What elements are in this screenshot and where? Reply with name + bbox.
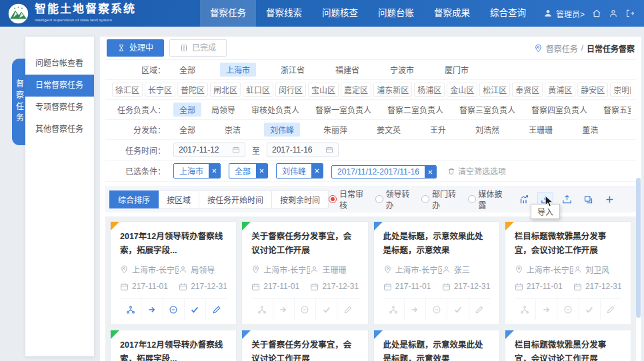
filter-option[interactable]: 督察一室负责人 [309,103,377,117]
filter-option[interactable]: 宝山区 [308,83,339,97]
filter-option[interactable]: 宁波市 [384,63,420,77]
task-card[interactable]: 栏目标题微软雅黑分发事宜，会议讨论工作开展上海市-长宁区刘卫风217-11-01… [505,330,631,361]
filter-option[interactable]: 王升 [424,123,452,137]
profile-icon[interactable] [609,9,618,18]
sort-tab[interactable]: 综合排序 [109,190,159,208]
forward-icon[interactable] [141,299,162,320]
filter-option[interactable]: 闸北区 [210,83,241,97]
filter-option[interactable]: 崇明区 [610,83,631,97]
logout-icon[interactable] [625,9,635,18]
filter-option[interactable]: 督察二室负责人 [381,103,449,117]
suspend-icon[interactable] [425,299,447,320]
filter-option[interactable]: 姜文英 [371,123,407,137]
filter-option[interactable]: 刘浩然 [469,123,505,137]
sidebar-item[interactable]: 其他督察任务 [25,119,94,141]
filter-option[interactable]: 普陀区 [177,83,208,97]
remove-tag-icon[interactable] [425,166,436,178]
filter-option[interactable]: 崇洁 [219,123,247,137]
distribute-icon[interactable] [251,299,272,320]
nav-item-3[interactable]: 问题核查 [312,0,368,27]
sidebar-item[interactable]: 专项督察任务 [25,97,94,119]
task-card[interactable]: 此处是标题，示意效果此处是标题，示意效果上海市-长宁区张三217-11-0121… [373,330,500,361]
nav-item-6[interactable]: 综合查询 [480,0,536,27]
remove-tag-icon[interactable] [311,164,323,178]
filter-option[interactable]: 徐汇区 [112,83,143,97]
filter-option[interactable]: 黄浦区 [545,83,575,97]
task-card[interactable]: 此处是标题，示意效果此处是标题，示意效果上海市-长宁区张三217-11-0121… [373,221,500,325]
user-menu[interactable]: 管理员> [556,8,585,19]
edit-icon[interactable] [469,299,490,320]
completed-button[interactable]: 已完成 [169,39,227,57]
filter-option[interactable]: 松江区 [479,83,510,97]
filter-option[interactable]: 王珊珊 [523,123,559,137]
complete-icon[interactable] [447,299,468,320]
breadcrumb-root[interactable]: 督察任务 [546,43,578,54]
filter-option[interactable]: 督察四室负责人 [525,103,593,117]
date-from-input[interactable]: 2017-11-12 [173,143,245,157]
complete-icon[interactable] [184,299,205,320]
sidebar-item[interactable]: 问题台帐查看 [25,53,94,75]
filter-option[interactable]: 审核处负责人 [245,103,305,117]
filter-option[interactable]: 浦东新区 [373,83,412,97]
date-to-input[interactable]: 2017-11-16 [267,143,339,157]
filter-option[interactable]: 福建省 [329,63,365,77]
stats-icon[interactable] [516,192,532,206]
home-icon[interactable] [592,9,601,18]
edit-icon[interactable] [337,299,358,320]
suspend-icon[interactable] [294,299,315,320]
filter-option[interactable]: 全部 [173,123,201,137]
filter-option[interactable]: 上海市 [220,63,256,77]
filter-option[interactable]: 静安区 [577,83,608,97]
category-radio[interactable]: 媒体披露 [468,188,505,210]
complete-icon[interactable] [579,299,600,320]
filter-option[interactable]: 朱丽萍 [317,123,353,137]
filter-option[interactable]: 奉贤区 [512,83,543,97]
task-card[interactable]: 2017年12月领导转办督察线索，拓展字段...上海市-长宁区局领导217-11… [110,330,237,361]
nav-item-5[interactable]: 督察成果 [424,0,480,27]
task-card[interactable]: 栏目标题微软雅黑分发事宜，会议讨论工作开展上海市-长宁区刘卫风217-11-01… [505,221,631,325]
remove-tag-icon[interactable] [256,164,267,178]
sort-tab[interactable]: 按区域 [159,190,199,208]
forward-icon[interactable] [535,299,557,320]
filter-option[interactable]: 督察三室负责人 [453,103,521,117]
filter-option[interactable]: 杨浦区 [414,83,445,97]
complete-icon[interactable] [315,299,337,320]
export-icon[interactable] [559,192,575,206]
copy-icon[interactable] [580,192,596,206]
sort-tab[interactable]: 按任务开始时间 [199,190,272,208]
filter-option[interactable]: 浙江省 [275,63,311,77]
category-radio[interactable]: 领导转办 [375,188,413,210]
filter-option[interactable]: 督察五室负责人 [597,103,631,117]
clear-filters-button[interactable]: 清空筛选选项 [447,165,506,177]
filter-option[interactable]: 刘伟峰 [264,123,300,137]
suspend-icon[interactable] [557,299,578,320]
processing-button[interactable]: 处理中 [107,39,164,57]
filter-option[interactable]: 长宁区 [145,83,175,97]
filter-option[interactable]: 董浩 [576,123,604,137]
nav-item-2[interactable]: 督察线索 [256,0,312,27]
distribute-icon[interactable] [515,299,535,320]
filter-option[interactable]: 金山区 [447,83,477,97]
filter-option[interactable]: 局领导 [205,103,241,117]
nav-item-1[interactable]: 督察任务 [200,0,256,27]
category-radio[interactable]: 日常审核 [329,188,366,210]
forward-icon[interactable] [404,299,425,320]
distribute-icon[interactable] [120,299,141,320]
scrollbar-thumb[interactable] [636,178,641,318]
task-card[interactable]: 关于督察任务分发事宜，会议讨论工作开展上海市-长宁区王珊珊217-11-0121… [241,330,368,361]
forward-icon[interactable] [273,299,294,320]
edit-icon[interactable] [205,299,227,320]
nav-item-4[interactable]: 问题台账 [368,0,424,27]
sort-tab[interactable]: 按剩余时间 [272,190,329,208]
distribute-icon[interactable] [383,299,404,320]
side-tab-inspection-tasks[interactable]: 督察任务 [12,59,27,145]
remove-tag-icon[interactable] [209,164,220,178]
filter-option[interactable]: 厦门市 [439,63,475,77]
task-card[interactable]: 2017年12月领导转办督察线索，拓展字段...上海市-长宁区局领导217-11… [110,221,237,325]
add-icon[interactable] [601,192,617,206]
suspend-icon[interactable] [163,299,184,320]
filter-option[interactable]: 闵行区 [275,83,306,97]
sidebar-item[interactable]: 日常督察任务 [25,75,94,97]
filter-option[interactable]: 全部 [173,63,201,77]
filter-option[interactable]: 嘉定区 [341,83,371,97]
